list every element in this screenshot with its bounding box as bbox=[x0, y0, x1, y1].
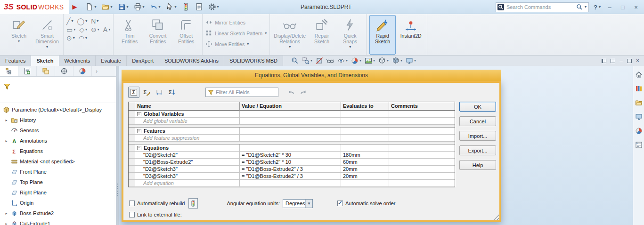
dropdown-caret-icon[interactable]: ▾ bbox=[143, 5, 145, 9]
options-gear-button[interactable]: ▾ bbox=[206, 1, 221, 12]
tab-solidworks-add-ins[interactable]: SOLIDWORKS Add-Ins bbox=[159, 56, 224, 66]
instant2d-button[interactable]: Instant2D bbox=[398, 15, 424, 55]
spline-tool-button[interactable]: N▾ bbox=[91, 18, 98, 24]
equation-value-cell[interactable]: = "D1@Boss-Extrude2" / 3 bbox=[240, 166, 341, 173]
tab-features[interactable]: Features bbox=[0, 56, 31, 66]
search-caret-icon[interactable]: ▾ bbox=[585, 5, 587, 9]
expand-caret-icon[interactable]: ▸ bbox=[4, 211, 9, 216]
column-header-comments[interactable]: Comments bbox=[389, 102, 455, 111]
dropdown-caret-icon[interactable]: ▾ bbox=[98, 28, 99, 32]
displaymanager-tab[interactable] bbox=[73, 66, 92, 76]
move-entities-dropdown-icon[interactable]: ▾ bbox=[247, 42, 249, 46]
add-row-placeholder[interactable]: Add feature suppression bbox=[135, 135, 240, 142]
linear-pattern-dropdown-icon[interactable]: ▾ bbox=[265, 32, 267, 35]
tab-sketch[interactable]: Sketch bbox=[31, 56, 59, 66]
convert-entities-button[interactable]: Convert Entities bbox=[145, 15, 171, 55]
sketch-dropdown-icon[interactable]: ▾ bbox=[18, 40, 20, 43]
equation-value-cell[interactable]: = "D1@Sketch2" * 30 bbox=[240, 152, 341, 159]
line-tool-button[interactable]: ╱▾ bbox=[66, 18, 73, 24]
add-row-placeholder[interactable]: Add equation bbox=[135, 180, 240, 187]
window-close-button[interactable]: × bbox=[632, 4, 640, 11]
help-caret-icon[interactable]: ▾ bbox=[599, 5, 601, 9]
search-input[interactable] bbox=[506, 4, 574, 10]
display-delete-relations-button[interactable]: Display/Delete Relations ▾ bbox=[273, 15, 307, 55]
quick-snaps-dropdown-icon[interactable]: ▾ bbox=[349, 45, 351, 49]
dropdown-caret-icon[interactable]: ▾ bbox=[108, 28, 110, 32]
row-selector[interactable] bbox=[129, 152, 135, 159]
redo-icon[interactable] bbox=[300, 88, 307, 96]
rapid-sketch-button[interactable]: Rapid Sketch bbox=[369, 15, 396, 55]
dropdown-caret-icon[interactable]: ▾ bbox=[159, 5, 161, 9]
tree-item-top-plane[interactable]: Top Plane bbox=[0, 177, 116, 187]
table-row[interactable]: −Global Variables bbox=[129, 111, 455, 118]
open-folder-button[interactable]: ▾ bbox=[99, 1, 114, 12]
equation-name-cell[interactable]: "D3@Sketch3" bbox=[135, 173, 240, 180]
rectangle-tool-button[interactable]: ▭▾ bbox=[66, 26, 75, 33]
sketch-button[interactable]: Sketch ▾ bbox=[6, 15, 32, 55]
automatic-solve-order-checkbox[interactable] bbox=[337, 201, 343, 206]
row-selector[interactable] bbox=[129, 135, 135, 142]
table-row[interactable]: Add global variable bbox=[129, 118, 455, 125]
window-minimize-button[interactable]: – bbox=[605, 4, 614, 11]
section-view-button[interactable] bbox=[316, 57, 323, 64]
help-button[interactable]: Help bbox=[459, 160, 496, 170]
import-button[interactable]: Import... bbox=[459, 131, 496, 141]
dropdown-caret-icon[interactable]: ▾ bbox=[85, 28, 87, 32]
dropdown-caret-icon[interactable]: ▾ bbox=[127, 5, 129, 9]
ellipse-tool-button[interactable]: ⊖▾ bbox=[91, 26, 99, 33]
zoom-area-button[interactable]: ▾ bbox=[302, 57, 312, 64]
dropdown-caret-icon[interactable]: ▾ bbox=[359, 59, 361, 63]
tree-item-material-not-specified[interactable]: Material <not specified> bbox=[0, 156, 116, 167]
doc-pane-left-icon[interactable] bbox=[602, 59, 606, 63]
row-selector[interactable] bbox=[129, 166, 135, 173]
smart-dimension-dropdown-icon[interactable]: ▾ bbox=[46, 45, 48, 49]
propertymanager-tab[interactable] bbox=[18, 66, 37, 76]
row-selector[interactable] bbox=[129, 128, 135, 135]
tree-item-origin[interactable]: Origin bbox=[0, 198, 116, 208]
trim-entities-button[interactable]: Trim Entities bbox=[116, 15, 143, 55]
quick-snaps-button[interactable]: Quick Snaps ▾ bbox=[337, 15, 363, 55]
dropdown-caret-icon[interactable]: ▾ bbox=[85, 36, 87, 40]
move-entities-button[interactable]: Move Entities ▾ bbox=[205, 40, 267, 48]
table-row[interactable]: Add feature suppression bbox=[129, 135, 455, 142]
equation-name-cell[interactable]: "D1@Boss-Extrude2" bbox=[135, 159, 240, 166]
dialog-titlebar[interactable]: Equations, Global Variables, and Dimensi… bbox=[122, 70, 501, 81]
equation-value-cell[interactable]: = "D1@Boss-Extrude2" / 3 bbox=[240, 173, 341, 180]
dropdown-caret-icon[interactable]: ▾ bbox=[346, 59, 348, 63]
link-external-file-checkbox[interactable] bbox=[129, 212, 135, 217]
panel-tabs-overflow-button[interactable]: › bbox=[92, 66, 101, 76]
select-cursor-button[interactable]: ▾ bbox=[164, 1, 179, 12]
doc-minimize-button[interactable]: – bbox=[620, 57, 623, 64]
print-button[interactable]: ▾ bbox=[132, 1, 147, 12]
appearances-button[interactable]: ▾ bbox=[351, 57, 361, 64]
search-icon[interactable] bbox=[576, 4, 583, 10]
tree-root-part[interactable]: Parametric (Default<<Default>_Display bbox=[0, 104, 116, 115]
row-selector[interactable] bbox=[129, 159, 135, 166]
resize-grip[interactable] bbox=[493, 214, 499, 220]
column-header-value-equation[interactable]: Value / Equation bbox=[240, 102, 341, 111]
expand-caret-icon[interactable]: ▸ bbox=[4, 139, 9, 143]
tree-item-history[interactable]: ▸History bbox=[0, 115, 116, 125]
angular-units-select[interactable]: Degrees ▼ bbox=[283, 199, 313, 208]
dialog-filter-box[interactable] bbox=[205, 88, 278, 97]
search-scope-icon[interactable] bbox=[497, 3, 505, 11]
tree-item-equations[interactable]: ΣEquations bbox=[0, 146, 116, 156]
appearances-sphere-button[interactable] bbox=[635, 127, 643, 136]
dimxpertmanager-tab[interactable] bbox=[55, 66, 73, 76]
ordered-view-button[interactable]: Σ bbox=[166, 87, 178, 98]
doc-restore-button[interactable] bbox=[627, 59, 632, 63]
dropdown-caret-icon[interactable]: ▾ bbox=[310, 59, 312, 63]
dropdown-caret-icon[interactable]: ▾ bbox=[373, 59, 375, 63]
text-tool-button[interactable]: A▾ bbox=[103, 26, 110, 33]
dropdown-caret-icon[interactable]: ▾ bbox=[414, 59, 416, 63]
automatically-rebuild-checkbox[interactable] bbox=[129, 201, 135, 206]
mirror-entities-button[interactable]: Mirror Entities bbox=[205, 19, 267, 26]
window-maximize-button[interactable]: □ bbox=[619, 4, 627, 11]
tab-weldments[interactable]: Weldments bbox=[59, 56, 96, 66]
panel-splitter[interactable] bbox=[116, 66, 119, 225]
row-selector[interactable] bbox=[129, 173, 135, 180]
dropdown-caret-icon[interactable]: ▾ bbox=[85, 19, 87, 23]
polygon-tool-button[interactable]: ◇▾ bbox=[79, 26, 87, 33]
circle-tool-button[interactable]: ◯▾ bbox=[77, 18, 87, 24]
view-palette-button[interactable] bbox=[635, 113, 643, 121]
